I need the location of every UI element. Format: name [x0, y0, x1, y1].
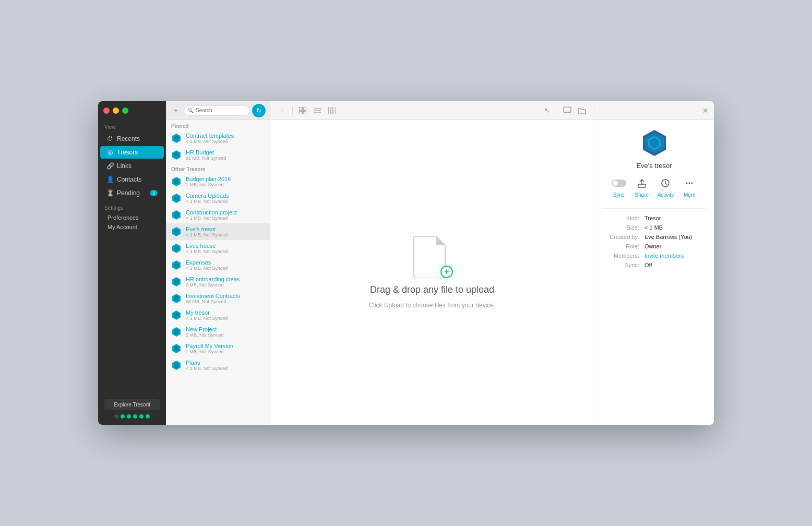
tresor-icon	[171, 176, 182, 187]
tresor-info: Budget plan 2016 1 MB, Not Synced	[186, 176, 265, 187]
list-item[interactable]: Eves house < 1 MB, Not Synced	[166, 240, 270, 257]
tresor-info: Construction project < 1 MB, Not Synced	[186, 209, 265, 221]
add-tresor-button[interactable]: +	[170, 105, 182, 116]
list-item[interactable]: Payroll My Version 1 MB, Not Synced	[166, 340, 270, 357]
list-item[interactable]: HR Budget 91 MB, Not Synced	[166, 147, 270, 163]
sidebar-item-label: Recents	[117, 135, 140, 142]
info-row: Sync: Off	[603, 262, 706, 268]
sidebar-item-recents[interactable]: ⏱ Recents	[100, 133, 164, 145]
tresor-name: HR onboarding ideas	[186, 276, 265, 282]
sidebar: View ⏱ Recents ◎ Tresors 🔗 Links 👤 Conta…	[98, 101, 166, 425]
list-item[interactable]: Plans < 1 MB, Not Synced	[166, 357, 270, 374]
sidebar-item-preferences[interactable]: Preferences	[98, 213, 166, 222]
sidebar-item-my-account[interactable]: My Account	[98, 222, 166, 232]
sidebar-footer: Explore Tresorit	[98, 393, 166, 425]
svg-rect-30	[299, 111, 302, 114]
more-action[interactable]: More	[682, 176, 697, 198]
links-icon: 🔗	[106, 162, 114, 170]
list-item[interactable]: Construction project < 1 MB, Not Synced	[166, 207, 270, 223]
toolbar-separator	[292, 106, 293, 115]
minimize-button[interactable]	[113, 107, 119, 114]
tresor-info: HR Budget 91 MB, Not Synced	[186, 149, 265, 161]
info-value[interactable]: Invite members	[644, 253, 684, 259]
tresor-icon	[171, 260, 182, 270]
info-label: Members:	[603, 253, 644, 259]
tresor-large-icon	[640, 128, 669, 158]
sidebar-item-links[interactable]: 🔗 Links	[100, 160, 164, 172]
tresor-meta: < 1 MB, Not Synced	[186, 216, 265, 221]
info-body: Eve's tresor Sync Share	[594, 120, 714, 280]
info-close-button[interactable]: ✕	[702, 106, 709, 115]
list-item[interactable]: New Project 2 MB, Not Synced	[166, 324, 270, 340]
tresor-meta: 2 MB, Not Synced	[186, 332, 265, 338]
dot-3	[127, 414, 131, 419]
sidebar-item-label: Links	[117, 162, 132, 170]
tresor-icon	[171, 150, 182, 160]
list-item[interactable]: Budget plan 2016 1 MB, Not Synced	[166, 173, 270, 190]
tresor-icon	[171, 133, 182, 144]
tresor-info: HR onboarding ideas 2 MB, Not Synced	[186, 276, 265, 288]
tresor-info: New Project 2 MB, Not Synced	[186, 326, 265, 338]
list-item[interactable]: My tresor < 1 MB, Not Synced	[166, 307, 270, 324]
list-item[interactable]: Eve's tresor < 1 MB, Not Synced	[166, 223, 270, 240]
tresor-name: Camera Uploads	[186, 193, 265, 199]
info-row: Kind: Tresor	[603, 215, 706, 221]
view-label: View	[98, 120, 166, 132]
activity-icon	[658, 176, 673, 190]
search-icon: 🔍	[187, 107, 194, 113]
list-view-button[interactable]	[312, 105, 323, 116]
dot-2	[121, 414, 125, 419]
maximize-button[interactable]	[122, 107, 128, 114]
grid-view-button[interactable]	[297, 105, 308, 116]
share-action[interactable]: Share	[635, 176, 649, 198]
tresor-meta: 68 MB, Not Synced	[186, 299, 265, 304]
pending-icon: ⏳	[106, 189, 114, 197]
info-panel: ✕ Eve's tresor Sync	[594, 101, 714, 425]
explore-button[interactable]: Explore Tresorit	[104, 399, 160, 410]
tresor-icon	[171, 327, 182, 337]
svg-rect-29	[303, 107, 306, 110]
tresor-name: My tresor	[186, 309, 265, 316]
svg-point-48	[689, 183, 690, 184]
settings-label: Settings	[98, 200, 166, 213]
info-row: Size: < 1 MB	[603, 224, 706, 231]
activity-action[interactable]: Activity	[658, 176, 674, 198]
back-button[interactable]: ‹	[277, 105, 288, 116]
footer-dots	[104, 414, 160, 419]
tresor-name: Eve's tresor	[186, 226, 265, 232]
svg-rect-39	[564, 107, 571, 112]
tresor-name: Plans	[186, 360, 265, 366]
info-value: Tresor	[644, 215, 661, 221]
sidebar-item-tresors[interactable]: ◎ Tresors	[100, 146, 164, 159]
search-input[interactable]	[196, 107, 246, 113]
svg-point-47	[686, 183, 688, 184]
info-value: < 1 MB	[644, 224, 663, 231]
tresor-meta: 91 MB, Not Synced	[186, 156, 265, 161]
tresors-toolbar: + 🔍 ↻	[166, 101, 270, 120]
info-row: Members: Invite members	[603, 253, 706, 259]
other-section-header: Other Tresors	[166, 163, 270, 173]
dot-1	[114, 414, 118, 419]
sidebar-item-contacts[interactable]: 👤 Contacts	[100, 173, 164, 186]
column-view-button[interactable]	[326, 105, 338, 116]
list-item[interactable]: Investment Contracts 68 MB, Not Synced	[166, 290, 270, 307]
sync-action[interactable]: Sync	[612, 176, 626, 198]
upload-button[interactable]	[562, 105, 573, 116]
share-icon	[635, 176, 649, 190]
tresor-meta: < 1 MB, Not Synced	[186, 316, 265, 321]
tresor-meta: < 1 MB, Not Synced	[186, 232, 265, 237]
close-button[interactable]	[103, 107, 110, 114]
tresor-meta: < 1 MB, Not Synced	[186, 366, 265, 371]
list-item[interactable]: Contract templates < 1 MB, Not Synced	[166, 130, 270, 147]
list-item[interactable]: Expenses < 1 MB, Not Synced	[166, 257, 270, 273]
cursor-button[interactable]: ↖	[541, 105, 553, 116]
main-toolbar: ‹ ↖	[270, 101, 594, 120]
sync-label: Sync	[613, 192, 625, 198]
tresor-info: Plans < 1 MB, Not Synced	[186, 360, 265, 371]
sync-button[interactable]: ↻	[252, 104, 266, 117]
folder-button[interactable]	[576, 105, 588, 116]
sidebar-item-pending[interactable]: ⏳ Pending 3	[100, 187, 164, 199]
list-item[interactable]: Camera Uploads < 1 MB, Not Synced	[166, 190, 270, 207]
tresor-info: Eve's tresor < 1 MB, Not Synced	[186, 226, 265, 237]
list-item[interactable]: HR onboarding ideas 2 MB, Not Synced	[166, 273, 270, 290]
